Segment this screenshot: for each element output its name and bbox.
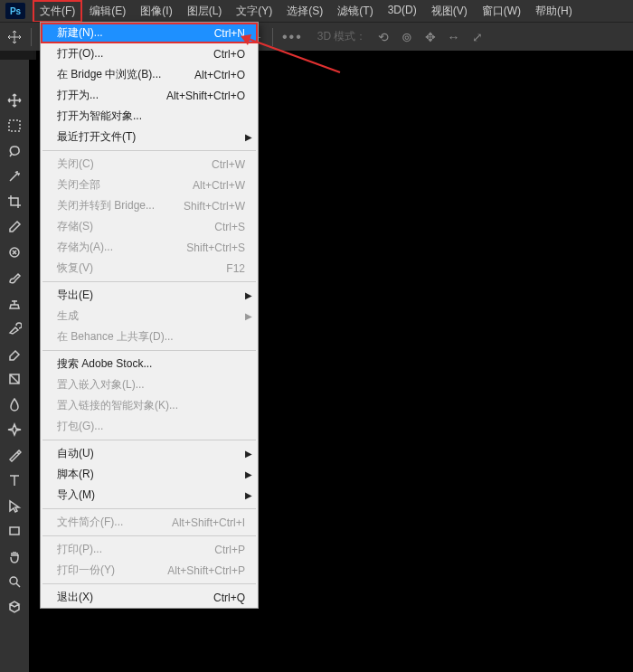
menuitem-label: 恢复(V): [57, 260, 93, 276]
menuitem-打开[interactable]: 打开(O)...Ctrl+O: [41, 43, 258, 64]
eraser-tool[interactable]: [4, 344, 25, 363]
menubar: Ps 文件(F)编辑(E)图像(I)图层(L)文字(Y)选择(S)滤镜(T)3D…: [0, 0, 633, 22]
menuitem-label: 置入链接的智能对象(K)...: [57, 398, 178, 413]
3d-roll-icon[interactable]: ⊚: [400, 30, 414, 44]
hand-tool[interactable]: [4, 546, 25, 565]
menu-separator: [43, 508, 256, 509]
app-logo: Ps: [5, 3, 25, 19]
menu-3d[interactable]: 3D(D): [381, 0, 424, 23]
magic-wand-tool[interactable]: [4, 166, 25, 185]
3d-zoom-icon[interactable]: ⤢: [470, 30, 485, 44]
menuitem-关闭全部: 关闭全部Alt+Ctrl+W: [41, 175, 258, 195]
menu-视图[interactable]: 视图(V): [424, 0, 475, 23]
blur-tool[interactable]: [4, 394, 25, 413]
menuitem-shortcut: Ctrl+W: [212, 158, 245, 171]
menuitem-label: 导出(E): [57, 288, 93, 303]
menu-separator: [43, 440, 256, 440]
menuitem-label: 新建(N)...: [57, 25, 103, 41]
pen-tool[interactable]: [4, 445, 25, 464]
menuitem-文件简介: 文件简介(F)...Alt+Shift+Ctrl+I: [41, 512, 258, 533]
menuitem-label: 最近打开文件(T): [57, 129, 136, 145]
menuitem-label: 文件简介(F)...: [57, 515, 123, 530]
menuitem-shortcut: Ctrl+S: [214, 221, 245, 233]
divider: [272, 28, 273, 46]
type-tool[interactable]: [4, 470, 25, 489]
menuitem-新建[interactable]: 新建(N)...Ctrl+N: [41, 23, 258, 43]
dodge-tool[interactable]: [4, 420, 25, 439]
rectangle-tool[interactable]: [4, 521, 25, 540]
clone-stamp-tool[interactable]: [4, 293, 25, 312]
menuitem-shortcut: Alt+Shift+Ctrl+P: [167, 564, 245, 577]
eyedropper-tool[interactable]: [4, 217, 25, 236]
more-options[interactable]: •••: [282, 29, 303, 45]
menu-滤镜[interactable]: 滤镜(T): [330, 0, 380, 23]
file-menu-dropdown: 新建(N)...Ctrl+N打开(O)...Ctrl+O在 Bridge 中浏览…: [40, 22, 259, 609]
menuitem-label: 在 Bridge 中浏览(B)...: [57, 67, 161, 82]
menuitem-打开为[interactable]: 打开为...Alt+Shift+Ctrl+O: [41, 85, 258, 106]
menuitem-label: 打开为智能对象...: [57, 109, 142, 124]
brush-tool[interactable]: [4, 268, 25, 287]
menuitem-导入[interactable]: 导入(M)▶: [41, 485, 258, 506]
menuitem-导出[interactable]: 导出(E)▶: [41, 285, 258, 306]
menuitem-shortcut: Ctrl+P: [214, 544, 245, 556]
menuitem-打开为智能对象[interactable]: 打开为智能对象...: [41, 106, 258, 127]
menuitem-label: 打印一份(Y): [57, 563, 115, 578]
menuitem-脚本[interactable]: 脚本(R)▶: [41, 464, 258, 485]
3d-pan-icon[interactable]: ✥: [423, 30, 438, 44]
path-select-tool[interactable]: [4, 496, 25, 515]
menuitem-置入嵌入对象: 置入嵌入对象(L)...: [41, 374, 258, 395]
menuitem-自动[interactable]: 自动(U)▶: [41, 443, 258, 464]
menu-separator: [43, 583, 256, 584]
menuitem-shortcut: Ctrl+O: [213, 48, 245, 61]
menuitem-打印: 打印(P)...Ctrl+P: [41, 539, 258, 560]
history-brush-tool[interactable]: [4, 318, 25, 337]
menuitem-生成: 生成▶: [41, 306, 258, 327]
menuitem-退出[interactable]: 退出(X)Ctrl+Q: [41, 587, 258, 608]
zoom-tool[interactable]: [4, 572, 25, 591]
menuitem-label: 脚本(R): [57, 467, 94, 482]
marquee-tool[interactable]: [4, 116, 25, 135]
move-tool[interactable]: [4, 90, 25, 109]
menu-文字[interactable]: 文字(Y): [229, 0, 279, 23]
mode-3d-label: 3D 模式：: [317, 29, 367, 44]
3d-slide-icon[interactable]: ↔: [447, 30, 461, 44]
lasso-tool[interactable]: [4, 141, 25, 160]
menuitem-label: 打包(G)...: [57, 419, 103, 434]
toolbar: [0, 60, 29, 672]
menuitem-label: 生成: [57, 308, 79, 324]
crop-tool[interactable]: [4, 192, 25, 211]
menuitem-在 Behance 上共享: 在 Behance 上共享(D)...: [41, 327, 258, 347]
menu-图层[interactable]: 图层(L): [180, 0, 230, 23]
submenu-arrow-icon: ▶: [245, 311, 252, 321]
menuitem-打包: 打包(G)...: [41, 416, 258, 437]
menuitem-存储为: 存储为(A)...Shift+Ctrl+S: [41, 237, 258, 258]
3d-orbit-icon[interactable]: ⟲: [376, 30, 391, 44]
menuitem-存储: 存储(S)Ctrl+S: [41, 216, 258, 237]
menuitem-关闭: 关闭(C)Ctrl+W: [41, 154, 258, 175]
submenu-arrow-icon: ▶: [245, 449, 252, 459]
menu-文件[interactable]: 文件(F): [33, 0, 82, 23]
menuitem-shortcut: Ctrl+Q: [213, 592, 245, 604]
divider: [31, 28, 32, 46]
move-icon[interactable]: [7, 30, 22, 44]
menuitem-shortcut: Alt+Ctrl+O: [194, 69, 245, 81]
menu-选择[interactable]: 选择(S): [279, 0, 330, 23]
submenu-arrow-icon: ▶: [245, 469, 252, 479]
menuitem-label: 存储(S): [57, 219, 93, 234]
menuitem-shortcut: Alt+Ctrl+W: [193, 179, 245, 192]
menuitem-在 Bridge 中浏览[interactable]: 在 Bridge 中浏览(B)...Alt+Ctrl+O: [41, 64, 258, 85]
menuitem-最近打开文件[interactable]: 最近打开文件(T)▶: [41, 127, 258, 147]
artboard-tool[interactable]: [4, 597, 25, 616]
menu-图像[interactable]: 图像(I): [133, 0, 179, 23]
spot-heal-tool[interactable]: [4, 242, 25, 261]
menu-窗口[interactable]: 窗口(W): [475, 0, 528, 23]
menuitem-label: 置入嵌入对象(L)...: [57, 377, 145, 393]
panel-strip: [0, 51, 36, 60]
menuitem-shortcut: Shift+Ctrl+W: [184, 200, 245, 213]
menuitem-label: 关闭全部: [57, 177, 100, 193]
gradient-tool[interactable]: [4, 369, 25, 388]
menu-帮助[interactable]: 帮助(H): [528, 0, 580, 23]
menu-编辑[interactable]: 编辑(E): [82, 0, 133, 23]
menuitem-搜索 Adobe Stock[interactable]: 搜索 Adobe Stock...: [41, 354, 258, 374]
menuitem-恢复: 恢复(V)F12: [41, 258, 258, 279]
